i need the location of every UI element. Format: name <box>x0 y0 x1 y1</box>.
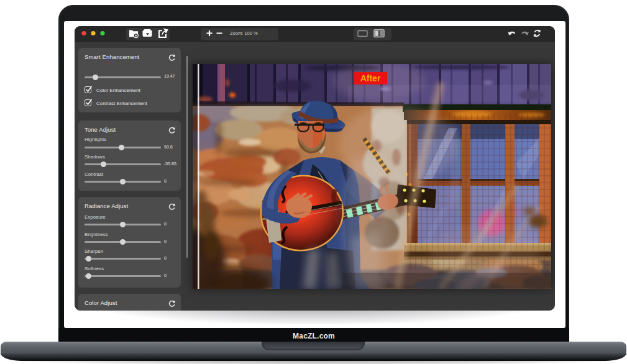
svg-text:Zoom: 100 %: Zoom: 100 % <box>230 30 258 36</box>
svg-text:After: After <box>360 73 381 83</box>
